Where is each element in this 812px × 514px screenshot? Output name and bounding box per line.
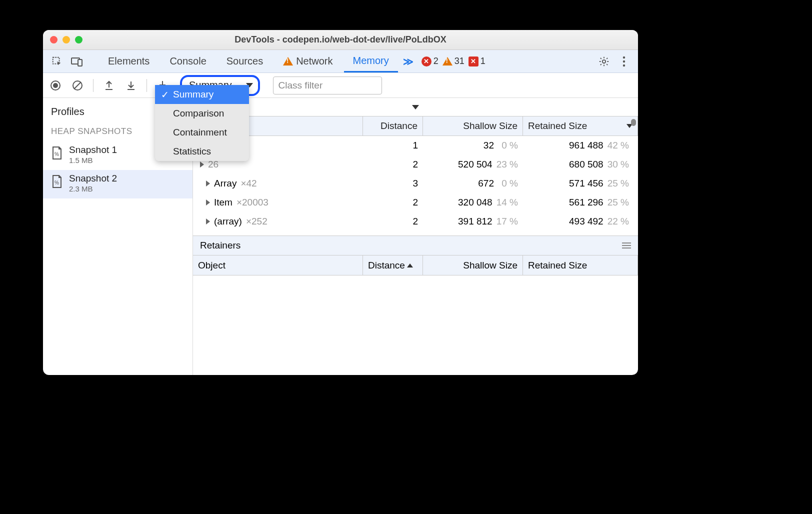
- window-controls: [50, 36, 82, 44]
- cell-shallow: 320 04814 %: [423, 197, 523, 208]
- cell-distance: 3: [363, 178, 423, 189]
- separator: [93, 79, 94, 92]
- devtools-tabs: Elements Console Sources Network Memory …: [43, 50, 638, 73]
- table-header: Distance Shallow Size Retained Size: [193, 116, 638, 136]
- cell-retained: 493 49222 %: [523, 216, 638, 227]
- cell-shallow: 6720 %: [423, 178, 523, 189]
- col-retained-size[interactable]: Retained Size: [523, 116, 638, 136]
- window-title: DevTools - codepen.io/web-dot-dev/live/P…: [234, 34, 446, 45]
- dropdown-option-containment[interactable]: Containment: [155, 123, 249, 142]
- filter-dropdown[interactable]: [193, 98, 638, 116]
- table-row[interactable]: Array×4236720 %571 45625 %: [193, 174, 638, 193]
- svg-line-10: [74, 82, 81, 89]
- tab-sources[interactable]: Sources: [218, 50, 272, 72]
- retainers-menu-icon[interactable]: [622, 242, 631, 248]
- col-distance[interactable]: Distance: [363, 116, 423, 136]
- table-row[interactable]: ://cdpn.io1320 %961 48842 %: [193, 136, 638, 155]
- cell-shallow: 391 81217 %: [423, 216, 523, 227]
- col-shallow-size[interactable]: Shallow Size: [423, 256, 523, 275]
- main-panel: Distance Shallow Size Retained Size ://c…: [193, 98, 638, 375]
- cell-distance: 2: [363, 197, 423, 208]
- table-row[interactable]: (array)×2522391 81217 %493 49222 %: [193, 212, 638, 231]
- separator: [146, 79, 147, 92]
- svg-rect-2: [78, 60, 82, 66]
- expand-icon[interactable]: [206, 200, 210, 206]
- close-window-button[interactable]: [50, 36, 58, 44]
- tab-network[interactable]: Network: [274, 50, 342, 72]
- constructor-name: (array): [214, 216, 242, 227]
- expand-icon[interactable]: [206, 218, 210, 224]
- svg-point-8: [53, 83, 58, 88]
- cell-retained: 961 48842 %: [523, 140, 638, 151]
- cell-retained: 680 50830 %: [523, 159, 638, 170]
- tab-elements[interactable]: Elements: [99, 50, 158, 72]
- constructor-name: Item: [214, 197, 232, 208]
- svg-text:%: %: [54, 152, 59, 157]
- cell-retained: 571 45625 %: [523, 178, 638, 189]
- svg-text:%: %: [54, 180, 59, 186]
- snapshot-name: Snapshot 1: [69, 144, 117, 156]
- cell-distance: 2: [363, 216, 423, 227]
- errors-badge[interactable]: ✕2: [422, 56, 438, 66]
- table-row[interactable]: Item×200032320 04814 %561 29625 %: [193, 193, 638, 212]
- instance-count: ×42: [240, 178, 256, 189]
- maximize-window-button[interactable]: [75, 36, 82, 44]
- devtools-window: DevTools - codepen.io/web-dot-dev/live/P…: [43, 30, 638, 375]
- kebab-menu-icon[interactable]: [615, 52, 633, 70]
- col-object[interactable]: Object: [193, 256, 363, 275]
- warning-icon: [442, 57, 452, 66]
- minimize-window-button[interactable]: [62, 36, 70, 44]
- col-shallow-size[interactable]: Shallow Size: [423, 116, 523, 136]
- upload-icon[interactable]: [102, 79, 116, 92]
- class-filter-input[interactable]: Class filter: [273, 76, 382, 94]
- settings-icon[interactable]: [595, 52, 613, 70]
- breakpoint-icon: ✕: [468, 56, 478, 66]
- dropdown-option-summary[interactable]: Summary: [155, 85, 249, 104]
- breakpoints-badge[interactable]: ✕1: [468, 56, 486, 66]
- table-row[interactable]: 262520 50423 %680 50830 %: [193, 155, 638, 174]
- titlebar: DevTools - codepen.io/web-dot-dev/live/P…: [43, 30, 638, 50]
- retainers-title: Retainers: [200, 240, 240, 251]
- instance-count: ×252: [246, 216, 268, 227]
- svg-point-5: [623, 60, 625, 62]
- svg-point-6: [623, 64, 625, 66]
- memory-toolbar: Summary Class filter: [43, 73, 638, 98]
- status-badges: ✕2 31 ✕1: [422, 56, 486, 66]
- view-dropdown-menu: Summary Comparison Containment Statistic…: [155, 85, 249, 161]
- svg-point-4: [623, 56, 625, 58]
- snapshot-name: Snapshot 2: [69, 173, 117, 184]
- table-row[interactable]: (compiled code)×73763333 96415 %393 2561…: [193, 231, 638, 236]
- expand-icon[interactable]: [206, 180, 210, 186]
- cell-shallow: 520 50423 %: [423, 159, 523, 170]
- error-icon: ✕: [422, 56, 432, 66]
- scrollbar-thumb[interactable]: [631, 119, 636, 126]
- instance-count: ×20003: [236, 197, 268, 208]
- dropdown-option-comparison[interactable]: Comparison: [155, 104, 249, 123]
- record-icon[interactable]: [49, 79, 62, 92]
- device-toggle-icon[interactable]: [68, 52, 86, 70]
- retainers-empty: [193, 276, 638, 375]
- clear-icon[interactable]: [71, 79, 84, 92]
- svg-point-3: [602, 60, 606, 62]
- col-distance[interactable]: Distance: [363, 256, 423, 275]
- warnings-badge[interactable]: 31: [442, 56, 464, 66]
- snapshot-icon: %: [51, 146, 63, 163]
- tab-memory[interactable]: Memory: [344, 50, 398, 72]
- snapshot-size: 2.3 MB: [69, 184, 117, 194]
- snapshot-item-2[interactable]: % Snapshot 2 2.3 MB: [43, 170, 192, 198]
- cell-distance: 2: [363, 159, 423, 170]
- inspect-icon[interactable]: [48, 52, 66, 70]
- retainers-header: Retainers: [193, 236, 638, 256]
- dropdown-option-statistics[interactable]: Statistics: [155, 142, 249, 161]
- constructor-name: Array: [214, 178, 236, 189]
- table-rows: ://cdpn.io1320 %961 48842 %262520 50423 …: [193, 136, 638, 236]
- col-retained-size[interactable]: Retained Size: [523, 256, 638, 275]
- snapshot-icon: %: [51, 174, 63, 192]
- chevron-down-icon: [412, 105, 419, 110]
- snapshot-size: 1.5 MB: [69, 156, 117, 165]
- cell-retained: 561 29625 %: [523, 197, 638, 208]
- more-tabs-button[interactable]: ≫: [400, 56, 416, 68]
- tab-console[interactable]: Console: [160, 50, 215, 72]
- download-icon[interactable]: [124, 79, 138, 92]
- expand-icon[interactable]: [200, 162, 204, 168]
